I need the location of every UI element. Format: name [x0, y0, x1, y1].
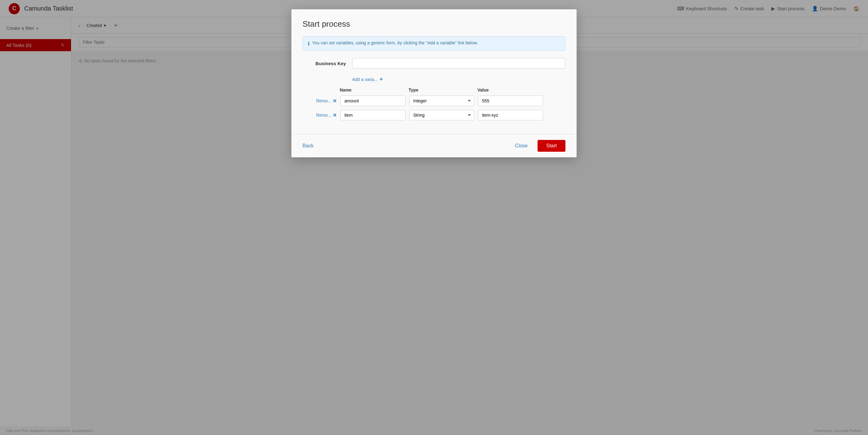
remove-label-1: Remo...	[316, 98, 331, 103]
modal-body: Start process ℹ You can set variables, u…	[291, 9, 577, 134]
col-header-name: Name	[340, 87, 405, 92]
close-button[interactable]: Close	[510, 141, 533, 151]
remove-x-icon-1: ✕	[333, 98, 337, 104]
add-variable-link[interactable]: Add a varia... +	[303, 76, 565, 83]
business-key-label: Business Key	[303, 61, 352, 66]
variable-2-type-select[interactable]: String Integer Boolean Double Date Long …	[409, 110, 474, 120]
info-icon: ℹ	[308, 41, 310, 47]
variable-2-name-input[interactable]	[340, 110, 405, 120]
start-process-modal: Start process ℹ You can set variables, u…	[291, 9, 577, 157]
variable-1-value-input[interactable]	[478, 95, 543, 106]
back-button[interactable]: Back	[303, 141, 314, 151]
variables-header-row: Name Type Value	[303, 87, 565, 92]
variable-2-value-input[interactable]	[478, 110, 543, 120]
remove-variable-2-button[interactable]: Remo... ✕	[303, 112, 337, 118]
variable-row-2: Remo... ✕ String Integer Boolean Double …	[303, 110, 565, 120]
col-header-value: Value	[477, 87, 542, 92]
modal-info-text: You can set variables, using a generic f…	[312, 40, 478, 45]
modal-footer: Back Close Start	[291, 134, 577, 157]
variable-1-type-select[interactable]: Integer String Boolean Double Date Long …	[409, 95, 474, 106]
remove-x-icon-2: ✕	[333, 112, 337, 118]
variable-1-name-input[interactable]	[340, 95, 405, 106]
add-variable-label: Add a varia...	[352, 77, 378, 82]
col-header-type: Type	[409, 87, 474, 92]
remove-label-2: Remo...	[316, 113, 331, 118]
add-variable-plus-icon: +	[380, 76, 383, 83]
business-key-row: Business Key	[303, 58, 565, 68]
modal-overlay: Start process ℹ You can set variables, u…	[0, 0, 868, 435]
remove-variable-1-button[interactable]: Remo... ✕	[303, 98, 337, 104]
modal-info-box: ℹ You can set variables, using a generic…	[303, 36, 565, 51]
business-key-input[interactable]	[352, 58, 565, 68]
start-button[interactable]: Start	[537, 140, 565, 152]
footer-right: Close Start	[510, 140, 565, 152]
variable-row-1: Remo... ✕ Integer String Boolean Double …	[303, 95, 565, 106]
modal-title: Start process	[303, 19, 565, 29]
